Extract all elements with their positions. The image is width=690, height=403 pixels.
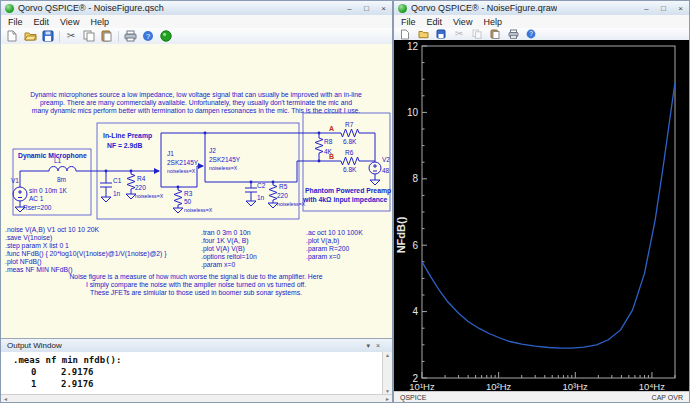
spice-directives-ac: .ac oct 10 10 100K .plot V(a,b) .param R… [306, 229, 363, 261]
status-caps-indicator: CAP OVR [652, 394, 683, 401]
waveform-plot[interactable]: 12 10 8 6 4 2 10¹Hz 10²Hz 10³Hz 10⁴Hz NF… [394, 40, 689, 394]
output-horizontal-scrollbar[interactable]: ◄ ► [1, 394, 392, 402]
directive-line: .plot V(A) V(B) [201, 245, 257, 253]
ground-symbol [370, 180, 380, 185]
menu-help[interactable]: Help [90, 17, 109, 27]
r8-value: 4K [324, 148, 333, 155]
menu-view[interactable]: View [453, 17, 472, 27]
waveform-titlebar[interactable]: Qorvo QSPICE® - NoiseFigure.qraw – □ × [394, 1, 689, 16]
menu-view[interactable]: View [60, 17, 79, 27]
r7-name: R7 [345, 121, 354, 128]
junction-dots [105, 132, 321, 189]
annotation-line: Noise figure is a measure of how much wo… [31, 273, 361, 281]
directive-line: .plot V(a,b) [306, 237, 363, 245]
schematic-canvas[interactable]: Dynamic microphones source a low impedan… [1, 44, 392, 341]
waveform-window-title: Qorvo QSPICE® - NoiseFigure.qraw [411, 3, 557, 13]
desktop: Qorvo QSPICE® - NoiseFigure.qsch – □ × F… [0, 0, 690, 403]
annotation-line: I simply compare the noise with the ampl… [31, 281, 361, 289]
save-icon[interactable] [434, 28, 448, 41]
r5-value: 220 [277, 192, 288, 199]
v1-name: V1 [11, 177, 19, 184]
dropdown-icon[interactable]: ▾ [366, 342, 370, 350]
maximize-icon[interactable]: □ [358, 2, 375, 15]
r4-attr: noiseless=X [135, 193, 164, 199]
j2-model: 2SK2145Y [209, 156, 241, 163]
new-document-icon[interactable] [398, 28, 412, 41]
minimize-icon[interactable]: – [638, 2, 655, 15]
output-vertical-scrollbar[interactable]: ▲ ▼ [382, 352, 392, 394]
close-icon[interactable]: × [672, 2, 689, 15]
window-controls: – □ × [341, 2, 392, 15]
schematic-toolbar: ✂ ? [1, 28, 392, 45]
directive-line: .noise V(A,B) V1 oct 10 10 20K [5, 226, 167, 234]
scroll-right-icon[interactable]: ► [385, 396, 390, 402]
directive-line: .ac oct 10 10 100K [306, 229, 363, 237]
resistor-r4 [127, 171, 135, 194]
directive-line: .param x=0 [306, 253, 363, 261]
new-document-icon[interactable] [5, 30, 19, 43]
run-icon[interactable] [159, 30, 173, 43]
cut-icon[interactable]: ✂ [64, 30, 78, 43]
source-v2 [369, 162, 381, 174]
print-icon[interactable] [506, 28, 520, 41]
copy-icon[interactable] [470, 28, 484, 41]
c1-value: 1n [113, 190, 121, 197]
directive-line: .step param X list 0 1 [5, 242, 167, 250]
ground-symbol [126, 194, 136, 199]
mic-block-label: Dynamic Microphone [18, 152, 87, 160]
ground-symbol [15, 207, 25, 212]
directive-line: .func NFdB() { 20*log10(V(1noise)@1/V(1n… [5, 250, 167, 258]
output-window-body[interactable]: .meas nf min nfdb(): 0 2.9176 1 2.9176 [1, 352, 383, 394]
directive-line: .param R=200 [306, 245, 363, 253]
y-tick-label: 6 [412, 240, 418, 251]
toolbar-separator [59, 31, 60, 42]
j2-name: J2 [209, 147, 216, 154]
open-folder-icon[interactable] [416, 28, 430, 41]
open-folder-icon[interactable] [23, 30, 37, 43]
r5-attr: noiseless=X [277, 201, 306, 207]
svg-text:?: ? [146, 32, 150, 41]
save-icon[interactable] [41, 30, 55, 43]
ground-symbol [246, 201, 256, 206]
paste-icon[interactable] [100, 30, 114, 43]
output-window-header[interactable]: Output Window ▾ × [1, 339, 392, 353]
paste-icon[interactable] [488, 28, 502, 41]
print-icon[interactable] [123, 30, 137, 43]
maximize-icon[interactable]: □ [655, 2, 672, 15]
y-tick-label: 12 [407, 41, 419, 52]
r4-value: 220 [135, 184, 146, 191]
meas-result-header: .meas nf min nfdb(): [13, 355, 121, 365]
step-value: 2.9176 [61, 379, 94, 389]
menu-edit[interactable]: Edit [427, 17, 443, 27]
port-a-label: A [329, 125, 334, 132]
r4-name: R4 [137, 175, 146, 182]
schematic-titlebar[interactable]: Qorvo QSPICE® - NoiseFigure.qsch – □ × [1, 1, 392, 16]
j1-name: J1 [167, 150, 174, 157]
scroll-up-icon[interactable]: ▲ [385, 352, 390, 358]
annotation-line: Dynamic microphones source a low impedan… [16, 91, 376, 99]
inductor-l1 [49, 167, 76, 172]
menu-file[interactable]: File [8, 17, 23, 27]
spice-directives-noise: .noise V(A,B) V1 oct 10 10 20K .save V(1… [5, 226, 167, 274]
directive-line: .plot NFdB() [5, 258, 167, 266]
close-icon[interactable]: × [375, 2, 392, 15]
status-bar: QSPICE CAP OVR [394, 391, 689, 402]
help-icon[interactable]: ? [524, 28, 538, 41]
minimize-icon[interactable]: – [341, 2, 358, 15]
menu-help[interactable]: Help [483, 17, 502, 27]
output-window: Output Window ▾ × .meas nf min nfdb(): 0… [1, 338, 392, 402]
phantom-block-label: Phantom Powered Preamp [305, 187, 391, 195]
help-icon[interactable]: ? [141, 30, 155, 43]
copy-icon[interactable] [82, 30, 96, 43]
cut-icon[interactable]: ✂ [452, 28, 466, 41]
menu-file[interactable]: File [401, 17, 416, 27]
phantom-impedance-label: with 4kΩ input impedance [302, 196, 388, 204]
r3-attr: noiseless=X [184, 207, 213, 213]
y-tick-label: 10 [407, 107, 419, 118]
j2-attr: noiseless=X [209, 165, 238, 171]
scroll-left-icon[interactable]: ◄ [3, 396, 8, 402]
phantom-block-box [303, 113, 390, 211]
c2-name: C2 [257, 182, 266, 189]
close-output-icon[interactable]: × [376, 342, 380, 350]
menu-edit[interactable]: Edit [34, 17, 50, 27]
